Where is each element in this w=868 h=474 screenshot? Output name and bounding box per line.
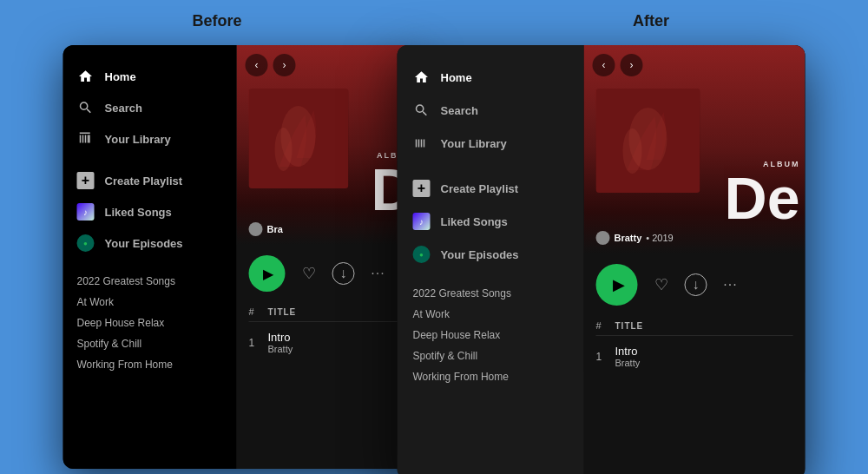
before-sidebar: Home Search Your Library + bbox=[63, 45, 237, 469]
before-main: ‹ › bbox=[237, 45, 419, 469]
before-track-num-header: # bbox=[249, 306, 268, 317]
after-album-title: De bbox=[725, 168, 800, 227]
before-your-episodes[interactable]: ● Your Episodes bbox=[63, 227, 237, 259]
before-playlist-2[interactable]: At Work bbox=[63, 292, 237, 313]
before-liked-songs[interactable]: ♪ Liked Songs bbox=[63, 196, 237, 227]
before-heart-button[interactable]: ♡ bbox=[298, 262, 320, 285]
after-playlist-2[interactable]: At Work bbox=[398, 304, 584, 325]
before-playlist-5[interactable]: Working From Home bbox=[63, 354, 237, 375]
after-playlist-3[interactable]: Deep House Relax bbox=[398, 325, 584, 346]
after-nav-home[interactable]: Home bbox=[398, 61, 584, 94]
after-plus-icon: + bbox=[413, 180, 431, 197]
after-your-episodes[interactable]: ● Your Episodes bbox=[398, 238, 584, 271]
episodes-icon: ● bbox=[77, 234, 95, 252]
after-home-icon bbox=[413, 69, 431, 86]
before-playlist-1[interactable]: 2022 Greatest Songs bbox=[63, 271, 237, 292]
before-artist-name: Bra bbox=[267, 224, 283, 234]
before-play-button[interactable]: ▶ bbox=[249, 255, 286, 292]
after-nav-buttons: ‹ › bbox=[593, 54, 643, 76]
after-playlist-4[interactable]: Spotify & Chill bbox=[398, 346, 584, 366]
after-more-button[interactable]: ··· bbox=[720, 273, 742, 296]
after-track-title-header: TITLE bbox=[615, 321, 644, 331]
after-library-icon bbox=[413, 135, 431, 152]
svg-rect-0 bbox=[89, 135, 90, 143]
after-heart-button[interactable]: ♡ bbox=[650, 273, 673, 296]
after-create-playlist[interactable]: + Create Playlist bbox=[398, 172, 584, 205]
back-button[interactable]: ‹ bbox=[246, 54, 268, 76]
after-track-number: 1 bbox=[596, 351, 615, 363]
before-nav-home[interactable]: Home bbox=[63, 61, 237, 92]
after-play-button[interactable]: ▶ bbox=[596, 264, 638, 306]
before-artist-avatar bbox=[249, 222, 263, 236]
before-playlist-3[interactable]: Deep House Relax bbox=[63, 313, 237, 333]
library-icon bbox=[77, 130, 95, 148]
liked-songs-icon: ♪ bbox=[77, 203, 95, 221]
before-track-title-header: TITLE bbox=[268, 307, 297, 317]
after-sidebar: Home Search Your Library + bbox=[398, 45, 584, 474]
before-device: Home Search Your Library + bbox=[63, 45, 419, 469]
before-download-button[interactable]: ↓ bbox=[332, 262, 355, 285]
before-create-playlist[interactable]: + Create Playlist bbox=[63, 165, 237, 196]
before-label: Before bbox=[192, 12, 241, 30]
after-forward-button[interactable]: › bbox=[621, 54, 643, 76]
after-playlist-1[interactable]: 2022 Greatest Songs bbox=[398, 283, 584, 304]
after-download-button[interactable]: ↓ bbox=[685, 273, 707, 296]
after-liked-songs-icon: ♪ bbox=[413, 213, 431, 230]
before-nav-library[interactable]: Your Library bbox=[63, 123, 237, 155]
after-track-name: Intro bbox=[615, 345, 641, 358]
after-album-art bbox=[596, 89, 700, 193]
after-nav-search[interactable]: Search bbox=[398, 94, 584, 127]
after-artist-avatar bbox=[596, 231, 610, 245]
home-icon bbox=[77, 68, 95, 85]
after-track-artist: Bratty bbox=[615, 358, 641, 368]
plus-icon: + bbox=[77, 172, 95, 189]
after-search-icon bbox=[413, 102, 431, 119]
before-album-art bbox=[249, 89, 349, 188]
before-nav-buttons: ‹ › bbox=[246, 54, 296, 76]
after-main: ‹ › bbox=[584, 45, 806, 474]
forward-button[interactable]: › bbox=[273, 54, 296, 76]
search-icon bbox=[77, 99, 95, 116]
after-artist-year: • 2019 bbox=[646, 233, 673, 243]
after-device: Home Search Your Library + bbox=[398, 45, 806, 474]
after-episodes-icon: ● bbox=[413, 246, 431, 263]
before-track-artist: Bratty bbox=[268, 344, 293, 354]
after-playlist-5[interactable]: Working From Home bbox=[398, 366, 584, 387]
after-artist-name: Bratty bbox=[615, 233, 642, 243]
before-track-name: Intro bbox=[268, 331, 293, 344]
after-track-num-header: # bbox=[596, 320, 615, 331]
before-track-row[interactable]: 1 Intro Bratty bbox=[249, 326, 407, 359]
before-playlist-4[interactable]: Spotify & Chill bbox=[63, 333, 237, 354]
before-track-number: 1 bbox=[249, 337, 268, 349]
after-label: After bbox=[633, 12, 669, 30]
after-back-button[interactable]: ‹ bbox=[593, 54, 615, 76]
before-nav-search[interactable]: Search bbox=[63, 92, 237, 123]
after-liked-songs[interactable]: ♪ Liked Songs bbox=[398, 205, 584, 238]
before-more-button[interactable]: ··· bbox=[367, 262, 390, 285]
after-track-row[interactable]: 1 Intro Bratty bbox=[596, 340, 793, 372]
after-nav-library[interactable]: Your Library bbox=[398, 127, 584, 160]
